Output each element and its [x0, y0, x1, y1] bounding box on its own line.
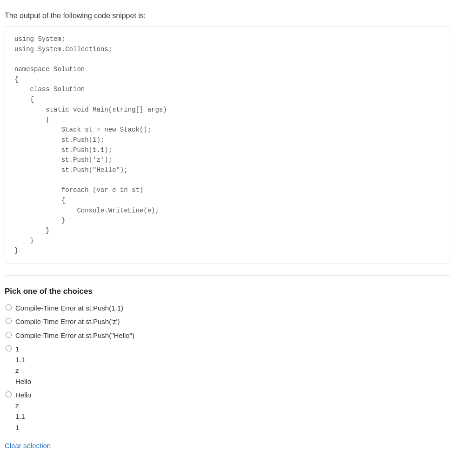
choice-label-1: Compile-Time Error at st.Push('z'): [15, 316, 120, 327]
choice-option-3[interactable]: 1 1.1 z Hello: [5, 344, 450, 387]
clear-selection-link[interactable]: Clear selection: [5, 442, 51, 449]
radio-option-4[interactable]: [6, 391, 12, 397]
question-prompt: The output of the following code snippet…: [5, 12, 450, 20]
choice-option-0[interactable]: Compile-Time Error at st.Push(1.1): [5, 303, 450, 313]
choice-option-2[interactable]: Compile-Time Error at st.Push("Hello"): [5, 330, 450, 341]
radio-option-2[interactable]: [6, 332, 12, 338]
choice-label-0: Compile-Time Error at st.Push(1.1): [15, 303, 123, 313]
choices-heading: Pick one of the choices: [5, 287, 450, 296]
choice-option-4[interactable]: Hello z 1.1 1: [5, 390, 450, 433]
code-snippet: using System; using System.Collections; …: [5, 26, 450, 264]
choice-option-1[interactable]: Compile-Time Error at st.Push('z'): [5, 316, 450, 327]
radio-option-1[interactable]: [6, 318, 12, 324]
choice-label-4: Hello z 1.1 1: [15, 390, 31, 433]
question-content: The output of the following code snippet…: [0, 3, 455, 450]
section-divider: [5, 275, 450, 276]
choice-label-2: Compile-Time Error at st.Push("Hello"): [15, 330, 134, 341]
radio-option-3[interactable]: [6, 345, 12, 351]
radio-option-0[interactable]: [6, 304, 12, 311]
choice-label-3: 1 1.1 z Hello: [15, 344, 31, 387]
